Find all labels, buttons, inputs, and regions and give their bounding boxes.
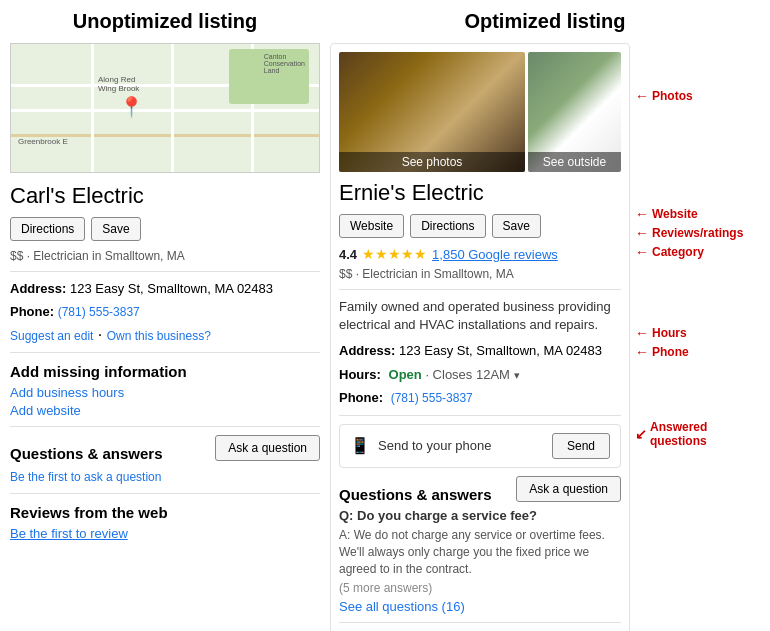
category-label: Category <box>652 245 704 259</box>
phone-label: Phone: <box>10 304 54 319</box>
left-qa-title: Questions & answers <box>10 445 163 462</box>
divider <box>339 622 621 623</box>
map-road <box>91 44 94 172</box>
photos-label: Photos <box>652 89 693 103</box>
left-header: Unoptimized listing <box>10 10 320 33</box>
left-reviews-title: Reviews from the web <box>10 504 320 521</box>
right-panel: Optimized listing See photos See outside <box>330 10 760 631</box>
right-price-category: $$ · Electrician in Smalltown, MA <box>339 267 621 281</box>
address-label: Address: <box>10 281 66 296</box>
open-indicator: Open · Closes 12AM ▾ <box>389 367 520 382</box>
see-outside-overlay[interactable]: See outside <box>528 152 621 172</box>
map-background: CantonConservationLand Along RedWing Bro… <box>11 44 319 172</box>
map-road <box>171 44 174 172</box>
reviews-label: Reviews/ratings <box>652 226 743 240</box>
left-phone-link[interactable]: (781) 555-3837 <box>58 305 140 319</box>
left-address: 123 Easy St, Smalltown, MA 02483 <box>70 281 273 296</box>
right-button-row: Website Directions Save <box>339 214 621 238</box>
left-qa-prompt[interactable]: Be the first to ask a question <box>10 470 161 484</box>
photo-main[interactable]: See photos <box>339 52 525 172</box>
answered-annotation-wrapper: ↙ Answered questions <box>635 420 760 448</box>
divider <box>339 415 621 416</box>
left-ask-button[interactable]: Ask a question <box>215 435 320 461</box>
qa-see-all-link[interactable]: See all questions (16) <box>339 599 621 614</box>
missing-info-title: Add missing information <box>10 363 320 380</box>
right-hours-label: Hours: <box>339 367 381 382</box>
phone-arrow-icon: ← <box>635 344 649 360</box>
left-business-name: Carl's Electric <box>10 183 320 209</box>
right-hours-row: Hours: Open · Closes 12AM ▾ <box>339 366 621 384</box>
left-qa-section: Questions & answers Ask a question Be th… <box>10 435 320 485</box>
photos-annotation: ← Photos <box>635 88 760 104</box>
right-header: Optimized listing <box>330 10 760 33</box>
divider <box>10 352 320 353</box>
left-address-row: Address: 123 Easy St, Smalltown, MA 0248… <box>10 280 320 298</box>
photo-side[interactable]: See outside <box>528 52 621 172</box>
review-count-link[interactable]: 1,850 Google reviews <box>432 247 558 262</box>
right-qa-title: Questions & answers <box>339 486 492 503</box>
hours-label: Hours <box>652 326 687 340</box>
left-panel: Unoptimized listing CantonConservationLa… <box>10 10 320 631</box>
category-annotation-wrapper: ← Category <box>635 244 760 260</box>
phone-label: Phone <box>652 345 689 359</box>
right-ask-button[interactable]: Ask a question <box>516 476 621 502</box>
map-label: CantonConservationLand <box>262 52 307 75</box>
right-address-label: Address: <box>339 343 395 358</box>
answered-label: Answered questions <box>650 420 760 448</box>
phone-send-icon: 📱 <box>350 436 370 455</box>
add-hours-link[interactable]: Add business hours <box>10 385 320 400</box>
hours-annotation-wrapper: ← Hours <box>635 325 760 341</box>
right-phone-row: Phone: (781) 555-3837 <box>339 389 621 407</box>
qa-answer-text: A: We do not charge any service or overt… <box>339 527 621 577</box>
phone-annotation: ← Phone <box>635 344 760 360</box>
category-annotation: ← Category <box>635 244 760 260</box>
right-description: Family owned and operated business provi… <box>339 298 621 334</box>
right-qa-section: Questions & answers Ask a question Q: Do… <box>339 476 621 614</box>
phone-annotation-wrapper: ← Phone <box>635 344 760 360</box>
hours-arrow-icon: ← <box>635 325 649 341</box>
reviews-annotation: ← Reviews/ratings <box>635 225 760 241</box>
right-qa-header-row: Questions & answers Ask a question <box>339 476 621 508</box>
stars: ★★★★★ <box>362 246 427 262</box>
see-photos-overlay[interactable]: See photos <box>339 152 525 172</box>
qa-question-text: Q: Do you charge a service fee? <box>339 508 621 523</box>
website-label: Website <box>652 207 698 221</box>
send-left: 📱 Send to your phone <box>350 436 491 455</box>
map-label: Along RedWing Brook <box>96 74 141 94</box>
send-button[interactable]: Send <box>552 433 610 459</box>
left-edit-row: Suggest an edit · Own this business? <box>10 326 320 344</box>
add-website-link[interactable]: Add website <box>10 403 320 418</box>
website-arrow-icon: ← <box>635 206 649 222</box>
annotations-column: ← Photos ← Website ← Reviews/ratings <box>630 43 760 631</box>
left-save-button[interactable]: Save <box>91 217 140 241</box>
close-time: Closes 12AM <box>433 367 510 382</box>
right-phone-link[interactable]: (781) 555-3837 <box>391 391 473 405</box>
category-arrow-icon: ← <box>635 244 649 260</box>
qa-more-answers: (5 more answers) <box>339 581 621 595</box>
reviews-arrow-icon: ← <box>635 225 649 241</box>
left-reviews-prompt[interactable]: Be the first to review <box>10 526 320 541</box>
right-address: 123 Easy St, Smalltown, MA 02483 <box>399 343 602 358</box>
left-price-category: $$ · Electrician in Smalltown, MA <box>10 249 320 263</box>
map-road <box>11 109 319 112</box>
right-content-wrapper: See photos See outside Ernie's Electric … <box>330 43 760 631</box>
hours-dropdown-icon[interactable]: ▾ <box>514 369 520 381</box>
suggest-edit-link[interactable]: Suggest an edit <box>10 329 93 343</box>
right-business-name: Ernie's Electric <box>339 180 621 206</box>
send-to-phone-row: 📱 Send to your phone Send <box>339 424 621 468</box>
photos-container: See photos See outside <box>339 52 621 172</box>
right-save-button[interactable]: Save <box>492 214 541 238</box>
divider <box>10 493 320 494</box>
hours-annotation: ← Hours <box>635 325 760 341</box>
own-business-link[interactable]: Own this business? <box>107 329 211 343</box>
photos-annotation-wrapper: ← Photos <box>635 88 760 104</box>
right-listing-card: See photos See outside Ernie's Electric … <box>330 43 630 631</box>
right-address-row: Address: 123 Easy St, Smalltown, MA 0248… <box>339 342 621 360</box>
open-text: Open <box>389 367 422 382</box>
right-website-button[interactable]: Website <box>339 214 404 238</box>
right-directions-button[interactable]: Directions <box>410 214 485 238</box>
left-directions-button[interactable]: Directions <box>10 217 85 241</box>
rating-row: 4.4 ★★★★★ 1,850 Google reviews <box>339 246 621 262</box>
divider <box>339 289 621 290</box>
divider <box>10 271 320 272</box>
